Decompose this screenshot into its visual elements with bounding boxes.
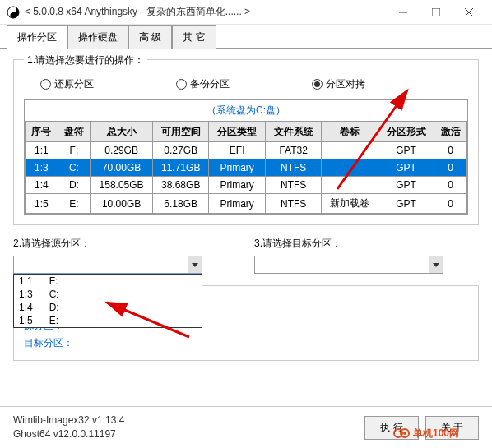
- radio-backup-label: 备份分区: [190, 77, 230, 91]
- radio-copy-label: 分区对拷: [326, 77, 365, 91]
- radio-restore[interactable]: 还原分区: [40, 77, 94, 91]
- chevron-down-icon[interactable]: [188, 256, 202, 273]
- dropdown-item[interactable]: 1:4 D:: [14, 301, 202, 314]
- window-title: < 5.0.0.8 x64 Anythingsky - 复杂的东西简单化....…: [25, 5, 387, 19]
- tab-disk[interactable]: 操作硬盘: [67, 25, 128, 49]
- status-target: 目标分区：: [24, 335, 468, 352]
- version-wimlib: Wimlib-Imagex32 v1.13.4: [13, 413, 124, 427]
- table-header[interactable]: 序号: [26, 122, 58, 142]
- table-header[interactable]: 盘符: [58, 122, 91, 142]
- table-header[interactable]: 卷标: [322, 122, 378, 142]
- tab-advanced[interactable]: 高 级: [128, 25, 172, 49]
- tab-partition[interactable]: 操作分区: [7, 25, 67, 49]
- svg-point-1: [12, 8, 14, 10]
- radio-restore-label: 还原分区: [54, 77, 94, 91]
- partition-table[interactable]: 序号盘符总大小可用空间分区类型文件系统卷标分区形式激活1:1F:0.29GB0.…: [24, 121, 468, 215]
- operation-group: 1.请选择您要进行的操作： 还原分区 备份分区 分区对拷 （系统盘为C:盘） 序…: [13, 59, 479, 225]
- watermark-icon: [393, 425, 410, 441]
- dropdown-item[interactable]: 1:5 E:: [14, 314, 202, 327]
- version-ghost: Ghost64 v12.0.0.11197: [13, 427, 124, 441]
- table-header[interactable]: 分区形式: [378, 122, 434, 142]
- table-header[interactable]: 总大小: [91, 122, 153, 142]
- svg-point-2: [12, 14, 14, 16]
- radio-copy[interactable]: 分区对拷: [312, 77, 365, 91]
- table-row[interactable]: 1:5E:10.00GB6.18GBPrimaryNTFS新加载卷GPT0: [26, 194, 467, 214]
- table-header[interactable]: 激活: [434, 122, 467, 142]
- app-icon: [7, 6, 20, 19]
- tab-bar: 操作分区 操作硬盘 高 级 其 它: [0, 25, 492, 49]
- table-row[interactable]: 1:4D:158.05GB38.68GBPrimaryNTFSGPT0: [26, 177, 467, 194]
- dropdown-item[interactable]: 1:1 F:: [14, 275, 202, 288]
- source-combo[interactable]: 1:1 F:1:3 C:1:4 D:1:5 E:: [13, 256, 202, 274]
- titlebar: < 5.0.0.8 x64 Anythingsky - 复杂的东西简单化....…: [0, 0, 492, 25]
- operation-group-label: 1.请选择您要进行的操作：: [24, 53, 147, 67]
- table-header[interactable]: 分区类型: [209, 122, 265, 142]
- table-row[interactable]: 1:3C:70.00GB11.71GBPrimaryNTFSGPT0: [26, 159, 467, 177]
- close-button[interactable]: [453, 0, 485, 25]
- source-label: 2.请选择源分区：: [13, 237, 238, 251]
- dropdown-item[interactable]: 1:3 C:: [14, 288, 202, 301]
- watermark: 单机100网: [393, 425, 459, 441]
- table-row[interactable]: 1:1F:0.29GB0.27GBEFIFAT32GPT0: [26, 142, 467, 159]
- watermark-text: 单机100网: [413, 427, 459, 441]
- tab-other[interactable]: 其 它: [172, 25, 216, 49]
- chevron-down-icon[interactable]: [429, 256, 443, 273]
- table-header[interactable]: 文件系统: [265, 122, 321, 142]
- target-label: 3.请选择目标分区：: [254, 237, 479, 251]
- maximize-button[interactable]: [420, 0, 453, 25]
- svg-point-11: [403, 432, 406, 435]
- table-header[interactable]: 可用空间: [152, 122, 208, 142]
- radio-backup[interactable]: 备份分区: [176, 77, 230, 91]
- svg-rect-4: [432, 8, 440, 16]
- minimize-button[interactable]: [387, 0, 420, 25]
- system-disk-hint: （系统盘为C:盘）: [24, 99, 468, 121]
- source-dropdown: 1:1 F:1:3 C:1:4 D:1:5 E:: [13, 274, 202, 328]
- target-combo[interactable]: [254, 256, 443, 274]
